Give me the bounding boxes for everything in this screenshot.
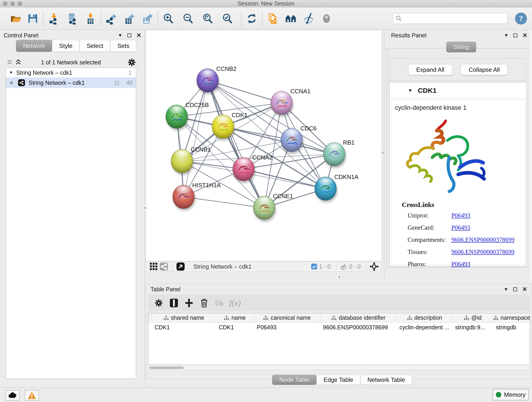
gear-icon[interactable] xyxy=(127,58,136,67)
results-scrollbar[interactable] xyxy=(529,30,532,282)
table-hscrollbar[interactable] xyxy=(148,366,530,370)
export-table-button[interactable] xyxy=(122,12,137,26)
network-node-RB1[interactable] xyxy=(323,142,345,166)
network-node-HIST1H1A[interactable] xyxy=(172,185,195,209)
hide-selection-button[interactable] xyxy=(302,12,316,26)
panel-float-icon[interactable] xyxy=(513,287,517,291)
network-node-CCNA2[interactable] xyxy=(233,157,254,181)
fit-content-icon[interactable] xyxy=(370,262,379,271)
table-cell[interactable]: cyclin-dependent ... xyxy=(397,322,452,332)
table-cell[interactable]: stringdb:9... xyxy=(452,322,493,332)
tab-style[interactable]: Style xyxy=(52,40,80,52)
add-column-button[interactable] xyxy=(184,298,194,308)
panel-collapse-icon[interactable]: ▼ xyxy=(118,33,122,38)
network-node-CDC6[interactable] xyxy=(281,128,303,152)
network-node-CCNE1[interactable] xyxy=(253,196,275,220)
panel-close-icon[interactable]: ✕ xyxy=(136,32,141,38)
help-button[interactable]: ? xyxy=(515,13,527,25)
network-node-CCNB2[interactable] xyxy=(196,69,219,92)
crosslink-link[interactable]: P06493 xyxy=(451,224,470,231)
refresh-button[interactable] xyxy=(245,12,259,26)
export-image-button[interactable] xyxy=(140,12,154,26)
cloud-status-button[interactable] xyxy=(6,390,20,401)
crosslink-link[interactable]: P06493 xyxy=(451,212,470,219)
horizontal-splitter-handle[interactable] xyxy=(336,275,342,279)
panel-collapse-icon[interactable]: ▼ xyxy=(504,33,508,38)
network-node-CDK1[interactable] xyxy=(212,115,234,139)
tab-network-table[interactable]: Network Table xyxy=(360,375,412,385)
left-splitter-handle[interactable] xyxy=(143,205,147,210)
zoom-fit-button[interactable] xyxy=(201,12,215,26)
hidden-eye-icon[interactable] xyxy=(340,263,347,270)
network-edge[interactable] xyxy=(244,169,326,189)
table-cell[interactable]: stringdb xyxy=(493,322,530,332)
column-header-namespace[interactable]: namespace xyxy=(493,313,530,322)
panel-float-icon[interactable] xyxy=(127,33,131,37)
network-node-CCNA1[interactable] xyxy=(271,91,293,115)
section-collapse-icon[interactable]: ▼ xyxy=(408,88,412,93)
table-cell[interactable]: CDK1 xyxy=(216,322,254,332)
show-columns-button[interactable] xyxy=(169,298,179,308)
show-all-button[interactable] xyxy=(319,12,334,26)
warnings-button[interactable] xyxy=(25,390,39,401)
selected-checkbox-icon[interactable] xyxy=(311,263,317,270)
grid-view-icon[interactable] xyxy=(149,262,159,272)
tree-expand-icon[interactable]: ▼ xyxy=(9,70,13,75)
node-result-header[interactable]: ▼ CDK1 xyxy=(390,83,526,99)
tab-network[interactable]: Network xyxy=(16,40,52,52)
panel-float-icon[interactable] xyxy=(513,33,517,37)
network-collection-row[interactable]: ▼ String Network – cdk1 1 xyxy=(6,68,136,77)
expand-all-button[interactable]: Expand All xyxy=(408,64,452,75)
tab-string[interactable]: String xyxy=(446,42,476,52)
table-settings-button[interactable] xyxy=(154,298,164,308)
collapse-all-button[interactable]: Collapse All xyxy=(461,64,508,75)
export-network-button[interactable] xyxy=(104,12,119,26)
panel-close-icon[interactable]: ✕ xyxy=(522,286,527,292)
import-database-button[interactable] xyxy=(65,12,79,26)
search-input[interactable] xyxy=(404,15,504,22)
network-share-view-icon[interactable] xyxy=(159,262,169,272)
zoom-out-button[interactable] xyxy=(181,12,195,26)
delete-column-button[interactable] xyxy=(199,298,209,308)
clone-network-button[interactable] xyxy=(266,12,280,26)
tab-sets[interactable]: Sets xyxy=(110,40,136,52)
crosslink-link[interactable]: P06493 xyxy=(451,261,470,268)
network-edge[interactable] xyxy=(184,197,264,208)
open-session-button[interactable] xyxy=(9,12,23,26)
crosslink-link[interactable]: 9606.ENSP00000378699 xyxy=(451,249,514,255)
memory-button[interactable]: Memory xyxy=(493,389,529,400)
column-header-id[interactable]: @id xyxy=(452,313,493,322)
first-neighbors-button[interactable] xyxy=(284,12,298,26)
network-view[interactable]: CCNB2CCNA1CDC25BCDK1CDC6RB1CCNB1CCNA2CDK… xyxy=(146,30,382,261)
zoom-in-button[interactable] xyxy=(161,12,176,26)
column-header-description[interactable]: description xyxy=(397,313,452,322)
table-cell[interactable]: P06493 xyxy=(254,322,320,332)
column-type-icon xyxy=(164,316,169,320)
table-cell[interactable]: CDK1 xyxy=(152,322,216,332)
import-network-button[interactable] xyxy=(47,12,61,26)
column-type-icon xyxy=(331,316,336,320)
tab-node-table[interactable]: Node Table xyxy=(272,375,317,385)
delete-table-button[interactable] xyxy=(214,298,224,308)
zoom-selected-button[interactable] xyxy=(220,12,234,26)
panel-close-icon[interactable]: ✕ xyxy=(522,32,527,38)
column-header-shared-name[interactable]: shared name xyxy=(152,313,216,322)
tab-edge-table[interactable]: Edge Table xyxy=(317,375,360,385)
table-cell[interactable]: 9606.ENSP00000378699 xyxy=(320,322,397,332)
network-node-CCNB1[interactable] xyxy=(171,149,193,173)
function-builder-button[interactable]: f(x) xyxy=(229,298,241,308)
save-session-button[interactable] xyxy=(26,12,40,26)
network-node-CDC25B[interactable] xyxy=(166,105,188,128)
crosslink-link[interactable]: 9606.ENSP00000378699 xyxy=(451,236,514,243)
tab-select[interactable]: Select xyxy=(80,40,110,52)
network-row-selected[interactable]: String Network – cdk1 11 48 xyxy=(6,77,136,88)
import-table-button[interactable] xyxy=(83,12,98,26)
column-header-name[interactable]: name xyxy=(216,313,254,322)
panel-collapse-icon[interactable]: ▼ xyxy=(504,287,508,292)
network-edge[interactable] xyxy=(184,80,208,197)
table-row[interactable]: CDK1CDK1P064939606.ENSP00000378699cyclin… xyxy=(149,322,530,332)
column-header-canonical-name[interactable]: canonical name xyxy=(254,313,320,322)
column-header-database-identifier[interactable]: database identifier xyxy=(320,313,397,322)
network-node-CDKN1A[interactable] xyxy=(315,177,336,201)
birdseye-view-icon[interactable] xyxy=(176,262,186,272)
